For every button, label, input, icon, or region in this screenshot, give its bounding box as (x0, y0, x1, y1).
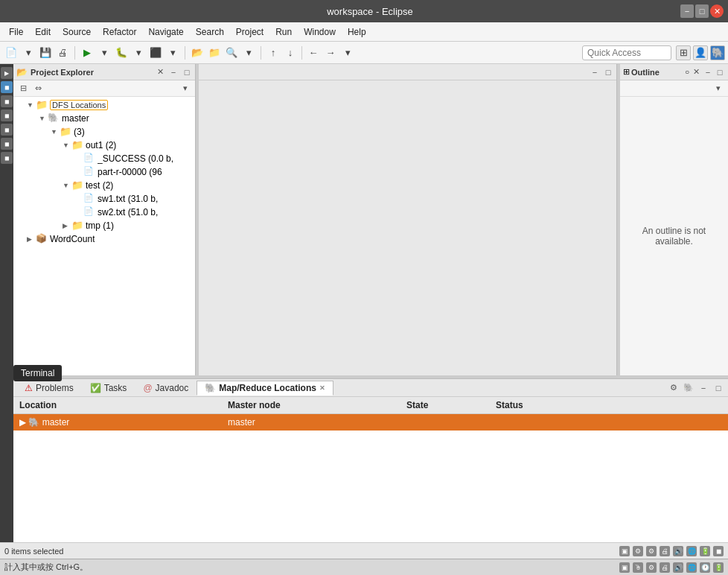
tree-wordcount[interactable]: ▶ 📦 WordCount (13, 232, 195, 246)
debug-dropdown[interactable]: ▾ (130, 45, 147, 61)
col-status: Status (493, 398, 725, 412)
tab-min-btn[interactable]: − (697, 381, 710, 395)
new-button[interactable]: 📄 (3, 45, 19, 61)
left-icon-5[interactable]: ◼ (1, 124, 13, 136)
editor-min-btn[interactable]: − (590, 67, 600, 77)
outline-close-btn[interactable]: ✕ (691, 67, 701, 77)
open-resource-button[interactable]: 📁 (206, 45, 223, 61)
terminal-button[interactable]: Terminal (13, 365, 62, 381)
left-icon-7[interactable]: ◼ (1, 152, 13, 164)
outline-min-btn[interactable]: − (703, 67, 713, 77)
new-dropdown[interactable]: ▾ (20, 45, 36, 61)
print-button[interactable]: 🖨 (54, 45, 71, 61)
tree-success[interactable]: 📄 _SUCCESS (0.0 b, (13, 152, 195, 165)
tab-action-btn2[interactable]: 🐘 (682, 381, 695, 395)
explorer-close-btn[interactable]: ✕ (155, 67, 165, 77)
save-button[interactable]: 💾 (37, 45, 54, 61)
os-icon-1[interactable]: ▣ (619, 562, 630, 573)
menu-run[interactable]: Run (269, 25, 298, 39)
project-explorer-title: Project Explorer (31, 68, 152, 77)
os-icon-4[interactable]: 🖨 (660, 562, 670, 573)
collapse-all-btn[interactable]: ⊟ (16, 82, 30, 95)
view-menu-btn[interactable]: ▾ (179, 82, 192, 95)
outline-circle-btn[interactable]: ○ (685, 68, 689, 76)
tree-dfs-root[interactable]: ▼ 📁 DFS Locations (13, 98, 195, 112)
os-icon-5[interactable]: 🔊 (673, 562, 683, 573)
outline-tool-btn[interactable]: ▾ (712, 82, 725, 95)
search-button[interactable]: 🔍 (223, 45, 240, 61)
debug-button[interactable]: 🐛 (113, 45, 130, 61)
tab-mapreduce-label: Map/Reduce Locations (219, 383, 316, 393)
tab-problems[interactable]: ⚠ Problems (16, 381, 82, 395)
close-button[interactable]: ✕ (710, 4, 724, 18)
tab-mapreduce[interactable]: 🐘 Map/Reduce Locations ✕ (197, 381, 333, 395)
left-icon-6[interactable]: ◼ (1, 138, 13, 150)
tab-max-btn[interactable]: □ (712, 381, 725, 395)
problems-icon: ⚠ (25, 383, 33, 393)
perspective-btn1[interactable]: ⊞ (676, 45, 691, 60)
quick-access-input[interactable] (582, 45, 671, 60)
maximize-button[interactable]: □ (695, 4, 709, 18)
forward-dropdown[interactable]: ▾ (339, 45, 356, 61)
mapreduce-tab-close[interactable]: ✕ (319, 384, 325, 392)
explorer-max-btn[interactable]: □ (182, 67, 192, 77)
tree-test[interactable]: ▼ 📁 test (2) (13, 179, 195, 192)
left-icon-2[interactable]: ◼ (1, 81, 13, 93)
menu-project[interactable]: Project (230, 25, 269, 39)
menu-file[interactable]: File (3, 25, 29, 39)
table-row[interactable]: ▶ 🐘 master master (13, 414, 728, 431)
cell-master-node: master (225, 416, 403, 429)
tab-problems-label: Problems (36, 383, 74, 393)
top-area: 📂 Project Explorer ✕ − □ ⊟ ⇔ ▾ (13, 64, 728, 375)
perspective-btn3[interactable]: 🐘 (710, 45, 725, 60)
os-icon-3[interactable]: ⚙ (646, 562, 657, 573)
stop-dropdown[interactable]: ▾ (165, 45, 181, 61)
prev-edit-button[interactable]: ↑ (265, 45, 281, 61)
out1-arrow: ▼ (63, 142, 71, 149)
os-icon-7[interactable]: 🕐 (700, 562, 710, 573)
os-icon-6[interactable]: 🌐 (686, 562, 697, 573)
toolbar-nav-group: 📂 📁 🔍 ▾ (189, 45, 257, 61)
run-button[interactable]: ▶ (79, 45, 95, 61)
search-dropdown[interactable]: ▾ (240, 45, 257, 61)
os-icon-8[interactable]: 🔋 (713, 562, 724, 573)
os-icon-2[interactable]: 🖱 (633, 562, 643, 573)
editor-max-btn[interactable]: □ (603, 67, 613, 77)
menu-search[interactable]: Search (190, 25, 230, 39)
explorer-min-btn[interactable]: − (168, 67, 179, 77)
outline-max-btn[interactable]: □ (715, 67, 725, 77)
tree-sw2[interactable]: 📄 sw2.txt (51.0 b, (13, 206, 195, 219)
tab-action-btn1[interactable]: ⚙ (667, 381, 680, 395)
menu-refactor[interactable]: Refactor (97, 25, 142, 39)
tab-tasks[interactable]: ✅ Tasks (82, 381, 135, 395)
status-icon-5: 🔊 (673, 546, 683, 556)
menu-navigate[interactable]: Navigate (142, 25, 189, 39)
menu-source[interactable]: Source (57, 25, 97, 39)
tree-folder-3[interactable]: ▼ 📁 (3) (13, 125, 195, 139)
col-master-node: Master node (225, 398, 403, 412)
back-button[interactable]: ← (305, 45, 322, 61)
stop-button[interactable]: ⬛ (147, 45, 164, 61)
tree-master[interactable]: ▼ 🐘 master (13, 112, 195, 125)
menu-help[interactable]: Help (342, 25, 372, 39)
next-edit-button[interactable]: ↓ (282, 45, 298, 61)
project-explorer-header: 📂 Project Explorer ✕ − □ (13, 64, 195, 80)
open-type-button[interactable]: 📂 (189, 45, 205, 61)
tree-part-r[interactable]: 📄 part-r-00000 (96 (13, 165, 195, 179)
run-dropdown[interactable]: ▾ (96, 45, 112, 61)
left-icon-3[interactable]: ◼ (1, 95, 13, 107)
tree-sw1[interactable]: 📄 sw1.txt (31.0 b, (13, 192, 195, 206)
tree-tmp[interactable]: ▶ 📁 tmp (1) (13, 219, 195, 232)
tree-out1[interactable]: ▼ 📁 out1 (2) (13, 139, 195, 152)
perspective-btn2[interactable]: 👤 (693, 45, 708, 60)
link-editor-btn[interactable]: ⇔ (31, 82, 45, 95)
forward-button[interactable]: → (322, 45, 339, 61)
tab-javadoc[interactable]: @ Javadoc (135, 381, 197, 395)
menu-window[interactable]: Window (298, 25, 342, 39)
menu-edit[interactable]: Edit (29, 25, 57, 39)
left-icon-4[interactable]: ◼ (1, 109, 13, 121)
status-icon-8: ◼ (713, 546, 724, 556)
cell-location-value: master (42, 417, 70, 428)
left-icon-1[interactable]: ▶ (1, 67, 13, 79)
minimize-button[interactable]: − (680, 4, 694, 18)
